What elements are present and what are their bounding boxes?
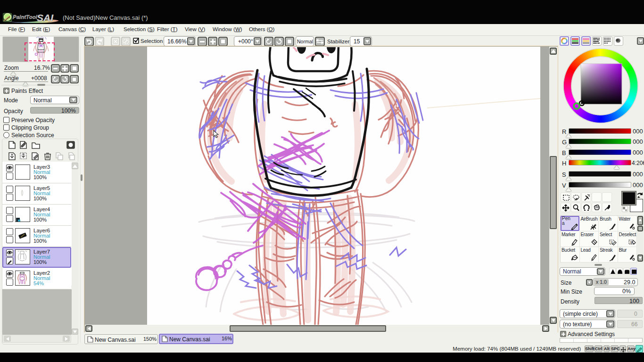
svg-text:PaintTool: PaintTool bbox=[13, 14, 38, 20]
svg-text:SAI: SAI bbox=[37, 12, 54, 23]
